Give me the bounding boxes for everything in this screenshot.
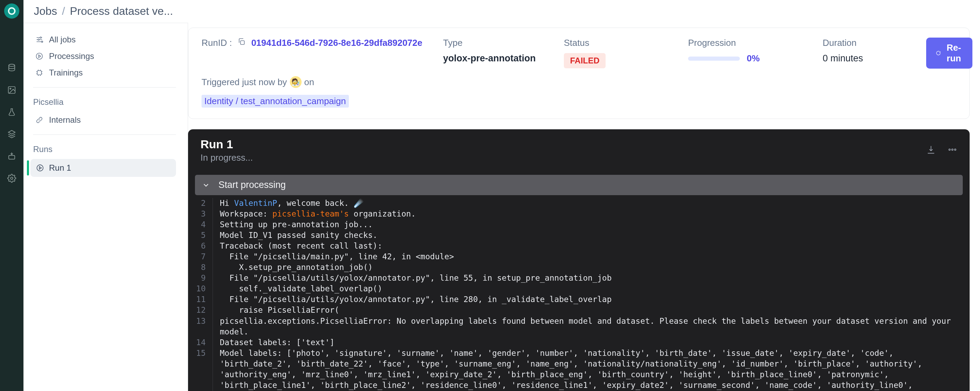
line-number: 7: [188, 252, 213, 262]
sidebar-org-label: Internals: [49, 115, 81, 125]
line-number: 4: [188, 219, 213, 230]
line-number: 2: [188, 198, 213, 209]
breadcrumb: Jobs / Process dataset ve...: [24, 0, 980, 23]
line-text: Dataset labels: ['text']: [220, 337, 348, 348]
rerun-label: Re-run: [945, 43, 963, 64]
line-text: File "/picsellia/utils/yolox/annotator.p…: [220, 273, 625, 283]
duration-value: 0 minutes: [822, 53, 919, 64]
line-text: self._validate_label_overlap(): [220, 283, 396, 294]
line-text: raise PicselliaError(: [220, 305, 353, 315]
log-line: 3Workspace: picsellia-team's organizatio…: [188, 209, 970, 219]
more-icon[interactable]: [948, 145, 957, 156]
icon-rail: [0, 0, 24, 391]
breadcrumb-sep: /: [62, 5, 65, 17]
log-body: 2Hi ValentinP, welcome back. ☄️3Workspac…: [188, 195, 970, 391]
svg-point-14: [955, 149, 956, 150]
sidebar-run-label: Run 1: [49, 163, 71, 173]
sidebar: All jobsProcessingsTrainings Picsellia I…: [24, 23, 188, 391]
sidebar-nav-label: Trainings: [49, 68, 83, 78]
sidebar-run-item[interactable]: Run 1: [30, 159, 176, 177]
log-line: 11 File "/picsellia/utils/yolox/annotato…: [188, 294, 970, 305]
flask-icon[interactable]: [6, 107, 17, 117]
status-badge: FAILED: [564, 53, 606, 68]
line-number: 11: [188, 294, 213, 305]
sidebar-nav-label: Processings: [49, 51, 94, 61]
progress-bar: [688, 57, 740, 61]
log-line: 15Model labels: ['photo', 'signature', '…: [188, 348, 970, 391]
line-text: Workspace: picsellia-team's organization…: [220, 209, 430, 219]
line-text: File "/picsellia/utils/yolox/annotator.p…: [220, 294, 625, 305]
status-label: Status: [564, 38, 681, 48]
svg-point-2: [10, 88, 11, 89]
sidebar-nav-item[interactable]: Processings: [33, 48, 176, 65]
deploy-icon[interactable]: [6, 151, 17, 161]
line-number: 8: [188, 262, 213, 273]
line-text: Traceback (most recent call last):: [220, 241, 396, 252]
runid-row: RunID : 01941d16-546d-7926-8e16-29dfa892…: [202, 38, 436, 48]
main-content: RunID : 01941d16-546d-7926-8e16-29dfa892…: [188, 28, 980, 391]
log-line: 13picsellia.exceptions.PicselliaError: N…: [188, 316, 970, 337]
svg-point-5: [40, 37, 41, 38]
gear-icon[interactable]: [6, 173, 17, 184]
log-title: Run 1: [200, 138, 253, 151]
sidebar-nav-item[interactable]: All jobs: [33, 32, 176, 48]
line-number: 5: [188, 230, 213, 241]
image-icon[interactable]: [6, 85, 17, 95]
progression-label: Progression: [688, 38, 816, 48]
svg-point-13: [952, 149, 953, 150]
chevron-down-icon: [202, 181, 210, 189]
line-text: Model labels: ['photo', 'signature', 'su…: [220, 348, 970, 391]
line-number: 10: [188, 283, 213, 294]
sidebar-nav-label: All jobs: [49, 35, 76, 44]
log-line: 7 File "/picsellia/main.py", line 42, in…: [188, 252, 970, 262]
svg-point-4: [11, 177, 13, 180]
line-number: 15: [188, 348, 213, 391]
runid-value[interactable]: 01941d16-546d-7926-8e16-29dfa892072e: [251, 38, 422, 48]
divider: [33, 135, 176, 135]
svg-rect-11: [240, 41, 244, 44]
type-label: Type: [443, 38, 557, 48]
line-text: File "/picsellia/main.py", line 42, in <…: [220, 252, 468, 262]
sidebar-org-label: Picsellia: [33, 97, 176, 107]
svg-point-10: [37, 165, 43, 171]
duration-label: Duration: [822, 38, 919, 48]
line-number: 3: [188, 209, 213, 219]
triggered-text-2: on: [304, 77, 314, 87]
sidebar-nav-item[interactable]: Trainings: [33, 65, 176, 81]
log-line: 2Hi ValentinP, welcome back. ☄️: [188, 198, 970, 209]
log-subtitle: In progress...: [200, 152, 253, 163]
campaign-link[interactable]: Identity / test_annotation_campaign: [202, 95, 349, 108]
log-section-toggle[interactable]: Start processing: [195, 175, 963, 195]
line-text: picsellia.exceptions.PicselliaError: No …: [220, 316, 970, 337]
runid-label: RunID :: [202, 38, 232, 48]
svg-point-0: [9, 64, 14, 66]
database-icon[interactable]: [6, 63, 17, 73]
copy-icon[interactable]: [237, 38, 246, 48]
line-number: 12: [188, 305, 213, 315]
log-line: 9 File "/picsellia/utils/yolox/annotator…: [188, 273, 970, 283]
progress-pct: 0%: [747, 53, 760, 64]
breadcrumb-current: Process dataset ve...: [70, 5, 173, 17]
logo[interactable]: [4, 3, 19, 19]
svg-point-12: [949, 149, 950, 150]
sidebar-org-item[interactable]: Internals: [33, 112, 176, 128]
download-icon[interactable]: [926, 145, 936, 156]
line-number: 6: [188, 241, 213, 252]
svg-point-6: [38, 39, 39, 40]
type-value: yolox-pre-annotation: [443, 53, 557, 64]
layers-icon[interactable]: [6, 129, 17, 139]
line-number: 14: [188, 337, 213, 348]
sidebar-runs-label: Runs: [33, 144, 176, 154]
log-line: 6Traceback (most recent call last):: [188, 241, 970, 252]
svg-rect-9: [37, 71, 41, 75]
log-line: 10 self._validate_label_overlap(): [188, 283, 970, 294]
rerun-button[interactable]: Re-run: [926, 38, 972, 69]
triggered-text-1: Triggered just now by: [202, 77, 287, 87]
breadcrumb-root[interactable]: Jobs: [34, 5, 57, 17]
svg-point-8: [36, 53, 43, 59]
log-line: 8 X.setup_pre_annotation_job(): [188, 262, 970, 273]
svg-rect-3: [9, 155, 14, 159]
log-panel: Run 1 In progress... Start processing 2H…: [188, 129, 970, 391]
line-text: Setting up pre-annotation job...: [220, 219, 387, 230]
triggered-row: Triggered just now by 🧑‍🔬 on Identity / …: [202, 76, 436, 108]
